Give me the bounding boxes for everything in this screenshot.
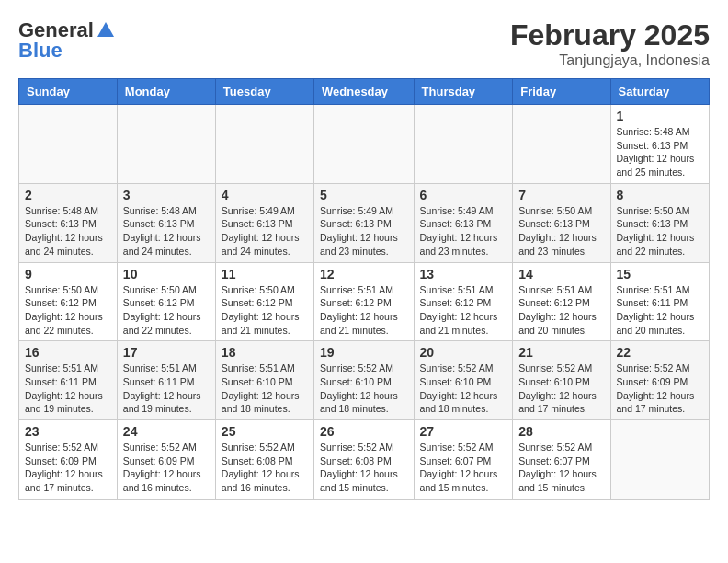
day-info: Sunrise: 5:50 AM Sunset: 6:12 PM Dayligh… — [222, 283, 308, 338]
calendar-header-row: SundayMondayTuesdayWednesdayThursdayFrid… — [19, 79, 710, 105]
calendar-cell: 12Sunrise: 5:51 AM Sunset: 6:12 PM Dayli… — [314, 262, 415, 341]
day-number: 24 — [123, 424, 210, 439]
calendar-cell: 6Sunrise: 5:49 AM Sunset: 6:13 PM Daylig… — [414, 183, 513, 262]
logo-icon — [96, 20, 116, 40]
day-info: Sunrise: 5:49 AM Sunset: 6:13 PM Dayligh… — [420, 204, 507, 259]
day-number: 16 — [25, 345, 111, 360]
calendar-cell: 16Sunrise: 5:51 AM Sunset: 6:11 PM Dayli… — [19, 341, 118, 420]
calendar-cell: 26Sunrise: 5:52 AM Sunset: 6:08 PM Dayli… — [314, 420, 415, 500]
calendar-cell: 1Sunrise: 5:48 AM Sunset: 6:13 PM Daylig… — [610, 105, 709, 184]
day-number: 3 — [123, 188, 210, 202]
calendar-cell: 9Sunrise: 5:50 AM Sunset: 6:12 PM Daylig… — [19, 262, 118, 341]
calendar-table: SundayMondayTuesdayWednesdayThursdayFrid… — [18, 78, 710, 500]
calendar-cell: 8Sunrise: 5:50 AM Sunset: 6:13 PM Daylig… — [610, 183, 709, 262]
calendar-cell: 14Sunrise: 5:51 AM Sunset: 6:12 PM Dayli… — [513, 262, 610, 341]
day-number: 4 — [222, 188, 308, 202]
day-number: 23 — [25, 424, 111, 439]
day-info: Sunrise: 5:48 AM Sunset: 6:13 PM Dayligh… — [123, 204, 210, 259]
calendar-cell — [610, 420, 709, 500]
calendar-cell: 21Sunrise: 5:52 AM Sunset: 6:10 PM Dayli… — [513, 341, 610, 420]
logo: General Blue — [18, 18, 116, 63]
calendar-cell — [19, 105, 118, 184]
calendar-week-row: 16Sunrise: 5:51 AM Sunset: 6:11 PM Dayli… — [19, 341, 710, 420]
calendar-cell — [414, 105, 513, 184]
calendar-cell — [314, 105, 415, 184]
calendar-cell — [513, 105, 610, 184]
day-number: 5 — [320, 188, 408, 202]
title-block: February 2025 Tanjungjaya, Indonesia — [510, 18, 710, 69]
day-info: Sunrise: 5:50 AM Sunset: 6:12 PM Dayligh… — [123, 283, 210, 338]
calendar-cell: 19Sunrise: 5:52 AM Sunset: 6:10 PM Dayli… — [314, 341, 415, 420]
day-number: 9 — [25, 267, 111, 282]
calendar-cell: 20Sunrise: 5:52 AM Sunset: 6:10 PM Dayli… — [414, 341, 513, 420]
calendar-cell: 10Sunrise: 5:50 AM Sunset: 6:12 PM Dayli… — [117, 262, 215, 341]
day-info: Sunrise: 5:51 AM Sunset: 6:12 PM Dayligh… — [320, 283, 408, 338]
day-number: 21 — [518, 345, 604, 360]
calendar-cell: 22Sunrise: 5:52 AM Sunset: 6:09 PM Dayli… — [610, 341, 709, 420]
calendar-cell: 11Sunrise: 5:50 AM Sunset: 6:12 PM Dayli… — [215, 262, 313, 341]
day-info: Sunrise: 5:52 AM Sunset: 6:07 PM Dayligh… — [420, 441, 507, 495]
calendar-cell: 2Sunrise: 5:48 AM Sunset: 6:13 PM Daylig… — [19, 183, 118, 262]
day-info: Sunrise: 5:48 AM Sunset: 6:13 PM Dayligh… — [25, 204, 111, 259]
day-number: 15 — [617, 267, 703, 282]
calendar-header-friday: Friday — [513, 79, 610, 105]
day-number: 19 — [320, 345, 408, 360]
day-info: Sunrise: 5:49 AM Sunset: 6:13 PM Dayligh… — [320, 204, 408, 259]
day-number: 28 — [518, 424, 604, 439]
day-number: 18 — [222, 345, 308, 360]
day-info: Sunrise: 5:52 AM Sunset: 6:10 PM Dayligh… — [320, 362, 408, 416]
day-number: 14 — [518, 267, 604, 282]
day-number: 20 — [420, 345, 507, 360]
logo-blue: Blue — [18, 39, 63, 63]
day-info: Sunrise: 5:51 AM Sunset: 6:12 PM Dayligh… — [518, 283, 604, 338]
day-number: 26 — [320, 424, 408, 439]
calendar-cell: 18Sunrise: 5:51 AM Sunset: 6:10 PM Dayli… — [215, 341, 313, 420]
calendar-cell: 4Sunrise: 5:49 AM Sunset: 6:13 PM Daylig… — [215, 183, 313, 262]
day-number: 13 — [420, 267, 507, 282]
calendar-cell — [117, 105, 215, 184]
day-info: Sunrise: 5:50 AM Sunset: 6:13 PM Dayligh… — [617, 204, 703, 259]
day-info: Sunrise: 5:50 AM Sunset: 6:13 PM Dayligh… — [518, 204, 604, 259]
location: Tanjungjaya, Indonesia — [510, 52, 710, 69]
calendar-header-tuesday: Tuesday — [215, 79, 313, 105]
calendar-cell: 13Sunrise: 5:51 AM Sunset: 6:12 PM Dayli… — [414, 262, 513, 341]
calendar-cell: 17Sunrise: 5:51 AM Sunset: 6:11 PM Dayli… — [117, 341, 215, 420]
month-year: February 2025 — [510, 18, 710, 52]
day-info: Sunrise: 5:52 AM Sunset: 6:08 PM Dayligh… — [222, 441, 308, 495]
day-number: 22 — [617, 345, 703, 360]
day-info: Sunrise: 5:52 AM Sunset: 6:07 PM Dayligh… — [518, 441, 604, 495]
day-number: 1 — [617, 109, 703, 123]
calendar-week-row: 23Sunrise: 5:52 AM Sunset: 6:09 PM Dayli… — [19, 420, 710, 500]
day-number: 6 — [420, 188, 507, 202]
day-number: 10 — [123, 267, 210, 282]
day-info: Sunrise: 5:51 AM Sunset: 6:11 PM Dayligh… — [123, 362, 210, 416]
calendar-week-row: 1Sunrise: 5:48 AM Sunset: 6:13 PM Daylig… — [19, 105, 710, 184]
day-number: 17 — [123, 345, 210, 360]
day-info: Sunrise: 5:52 AM Sunset: 6:08 PM Dayligh… — [320, 441, 408, 495]
calendar-header-thursday: Thursday — [414, 79, 513, 105]
day-info: Sunrise: 5:50 AM Sunset: 6:12 PM Dayligh… — [25, 283, 111, 338]
calendar-cell: 7Sunrise: 5:50 AM Sunset: 6:13 PM Daylig… — [513, 183, 610, 262]
calendar-header-wednesday: Wednesday — [314, 79, 415, 105]
day-info: Sunrise: 5:49 AM Sunset: 6:13 PM Dayligh… — [222, 204, 308, 259]
calendar-cell: 23Sunrise: 5:52 AM Sunset: 6:09 PM Dayli… — [19, 420, 118, 500]
day-info: Sunrise: 5:52 AM Sunset: 6:10 PM Dayligh… — [420, 362, 507, 416]
day-number: 2 — [25, 188, 111, 202]
calendar-cell: 27Sunrise: 5:52 AM Sunset: 6:07 PM Dayli… — [414, 420, 513, 500]
calendar-cell: 28Sunrise: 5:52 AM Sunset: 6:07 PM Dayli… — [513, 420, 610, 500]
day-info: Sunrise: 5:51 AM Sunset: 6:11 PM Dayligh… — [617, 283, 703, 338]
calendar-cell: 25Sunrise: 5:52 AM Sunset: 6:08 PM Dayli… — [215, 420, 313, 500]
calendar-week-row: 2Sunrise: 5:48 AM Sunset: 6:13 PM Daylig… — [19, 183, 710, 262]
calendar-cell — [215, 105, 313, 184]
day-info: Sunrise: 5:51 AM Sunset: 6:11 PM Dayligh… — [25, 362, 111, 416]
day-info: Sunrise: 5:51 AM Sunset: 6:10 PM Dayligh… — [222, 362, 308, 416]
day-number: 27 — [420, 424, 507, 439]
calendar-week-row: 9Sunrise: 5:50 AM Sunset: 6:12 PM Daylig… — [19, 262, 710, 341]
day-number: 7 — [518, 188, 604, 202]
page-header: General Blue February 2025 Tanjungjaya, … — [18, 18, 710, 69]
calendar-cell: 3Sunrise: 5:48 AM Sunset: 6:13 PM Daylig… — [117, 183, 215, 262]
day-number: 25 — [222, 424, 308, 439]
day-info: Sunrise: 5:48 AM Sunset: 6:13 PM Dayligh… — [617, 125, 703, 179]
day-info: Sunrise: 5:51 AM Sunset: 6:12 PM Dayligh… — [420, 283, 507, 338]
day-number: 11 — [222, 267, 308, 282]
